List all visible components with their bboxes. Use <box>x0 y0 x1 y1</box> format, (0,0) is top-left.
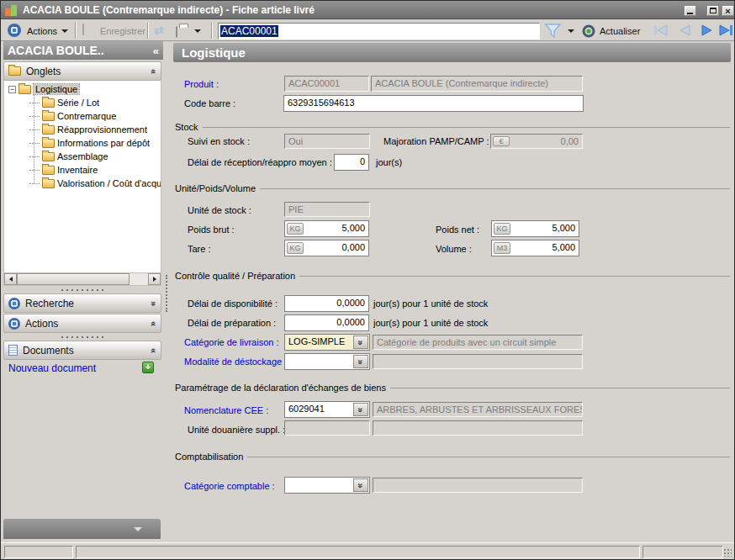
deb-legend-text: Paramétrage de la déclaration d'échanges… <box>175 383 386 393</box>
close-button[interactable]: × <box>722 5 734 16</box>
add-document-button[interactable]: + <box>142 362 154 373</box>
majoration-value: 0,00 <box>561 136 579 146</box>
panel-header-documents[interactable]: Documents « <box>3 341 161 360</box>
refresh-icon[interactable] <box>581 24 596 39</box>
save-icon <box>82 24 84 35</box>
previous-record-icon[interactable] <box>677 24 694 37</box>
kg-unit-button[interactable]: KG <box>287 242 304 254</box>
actions-menu-button[interactable]: Actions <box>27 26 57 36</box>
combo-dropdown-button[interactable]: » <box>353 355 368 368</box>
volume-input[interactable]: M3 5,000 <box>491 240 579 256</box>
kg-unit-button[interactable]: KG <box>287 223 304 235</box>
minimize-button[interactable] <box>684 5 696 16</box>
tree-horizontal-scrollbar[interactable] <box>3 272 161 286</box>
splitter-grip[interactable] <box>60 288 107 292</box>
scroll-right-button[interactable] <box>148 273 161 285</box>
cat-livraison-label: Catégorie de livraison : <box>184 337 279 347</box>
panel-header-recherche[interactable]: Recherche » <box>3 293 161 313</box>
stock-legend-text: Stock <box>175 122 198 132</box>
folder-icon <box>42 166 55 175</box>
tree-stub <box>29 116 40 117</box>
last-record-icon[interactable] <box>717 24 734 37</box>
tree-item-informations-par-depot[interactable]: Informations par dépôt <box>4 136 161 150</box>
poids-brut-input[interactable]: KG 5,000 <box>284 220 369 237</box>
delai-prep-suffix: jour(s) pour 1 unité de stock <box>373 318 488 328</box>
chevron-double-up-icon[interactable]: « <box>149 320 159 325</box>
poids-net-value: 5,000 <box>552 223 575 233</box>
combo-dropdown-button[interactable]: » <box>353 478 368 492</box>
toolbar-separator <box>211 23 213 39</box>
combo-dropdown-button[interactable]: » <box>353 403 368 416</box>
tree-item-label: Assemblage <box>57 151 108 161</box>
sync-icon[interactable]: ⇄ <box>154 24 164 37</box>
tree-stub <box>29 129 40 130</box>
cat-comptable-description <box>373 478 583 493</box>
actions-panel-target-icon <box>8 318 20 330</box>
poids-net-input[interactable]: KG 5,000 <box>491 220 579 237</box>
print-options-caret-icon[interactable] <box>194 29 201 33</box>
chevron-double-up-icon[interactable]: « <box>149 347 159 352</box>
panel-header-actions[interactable]: Actions « <box>3 314 161 333</box>
combo-dropdown-button[interactable]: » <box>353 335 368 349</box>
kg-unit-button[interactable]: KG <box>494 223 510 235</box>
tree-collapse-icon[interactable]: − <box>8 86 16 93</box>
cat-comptable-combo[interactable]: » <box>284 477 370 494</box>
resize-grip[interactable] <box>723 548 732 557</box>
tree-item-logistique[interactable]: − Logistique <box>4 82 161 96</box>
vertical-splitter-grip[interactable] <box>166 275 167 312</box>
folder-icon <box>8 66 21 76</box>
filter-options-caret-icon[interactable] <box>568 29 574 33</box>
cat-livraison-description: Catégorie de produits avec un circuit si… <box>373 335 583 350</box>
first-record-icon[interactable] <box>653 24 670 37</box>
m3-unit-button[interactable]: M3 <box>494 242 510 254</box>
cat-comptable-label: Catégorie comptable : <box>184 481 275 491</box>
nomenclature-combo[interactable]: 6029041 » <box>284 401 370 418</box>
minimize-icon <box>687 13 693 14</box>
tree-item-valorisation[interactable]: Valorisation / Coût d'acquis <box>4 177 161 190</box>
tree-item-reapprovisionnement[interactable]: Réapprovisionnement <box>4 123 161 136</box>
delai-reception-input[interactable]: 0 <box>334 154 369 171</box>
tree-stub <box>29 103 40 103</box>
chevron-double-up-icon[interactable]: « <box>149 68 159 73</box>
folder-icon <box>42 98 55 108</box>
tree-item-label: Série / Lot <box>57 98 99 108</box>
panel-header-onglets[interactable]: Onglets « <box>3 61 161 81</box>
stock-section-legend: Stock <box>175 122 730 132</box>
record-code-input[interactable]: ACAC00001 <box>218 23 540 40</box>
folder-open-icon <box>19 85 31 94</box>
tare-label: Tare : <box>188 244 211 254</box>
modalite-label: Modalité de déstockage : <box>184 357 287 367</box>
filter-icon[interactable] <box>544 24 563 39</box>
maximize-button[interactable] <box>706 5 719 16</box>
delai-dispo-input[interactable]: 0,0000 <box>284 295 369 312</box>
tree-item-assemblage[interactable]: Assemblage <box>4 150 161 163</box>
chevron-double-down-icon: » <box>356 483 366 487</box>
tree-item-inventaire[interactable]: Inventaire <box>4 163 161 177</box>
splitter-grip[interactable] <box>60 335 107 339</box>
cat-livraison-value: LOG-SIMPLE <box>288 336 345 346</box>
actions-caret-icon[interactable] <box>61 29 68 33</box>
tree-item-serie-lot[interactable]: Série / Lot <box>4 96 161 109</box>
tree-item-contremarque[interactable]: Contremarque <box>4 109 161 123</box>
delai-prep-input[interactable]: 0,0000 <box>284 314 369 331</box>
scroll-left-button[interactable] <box>4 273 17 285</box>
cat-livraison-combo[interactable]: LOG-SIMPLE » <box>284 334 370 351</box>
refresh-button[interactable]: Actualiser <box>600 26 640 36</box>
print-icon[interactable] <box>176 26 177 38</box>
tare-input[interactable]: KG 0,000 <box>284 240 369 256</box>
controle-legend-text: Contrôle qualité / Préparation <box>175 271 295 281</box>
new-document-link[interactable]: Nouveau document <box>8 362 96 374</box>
code-barre-input[interactable]: 6329315694613 <box>283 95 584 112</box>
sidebar-footer-bar[interactable] <box>3 519 161 539</box>
delai-dispo-suffix: jour(s) pour 1 unité de stock <box>373 298 488 309</box>
save-button[interactable]: Enregistrer <box>100 26 145 36</box>
euro-currency-button[interactable]: € <box>493 136 510 146</box>
modalite-combo[interactable]: » <box>284 353 370 370</box>
sidebar-collapse-icon[interactable]: « <box>153 45 159 57</box>
unite-douaniere-label: Unité douanière suppl. : <box>188 425 285 435</box>
suivi-stock-label: Suivi en stock : <box>188 136 250 146</box>
title-bar: ACACIA BOULE (Contremarque indirecte) - … <box>1 1 734 19</box>
next-record-icon[interactable] <box>699 24 716 37</box>
chevron-double-down-icon[interactable]: » <box>149 300 159 305</box>
scrollbar-thumb[interactable] <box>17 273 130 285</box>
